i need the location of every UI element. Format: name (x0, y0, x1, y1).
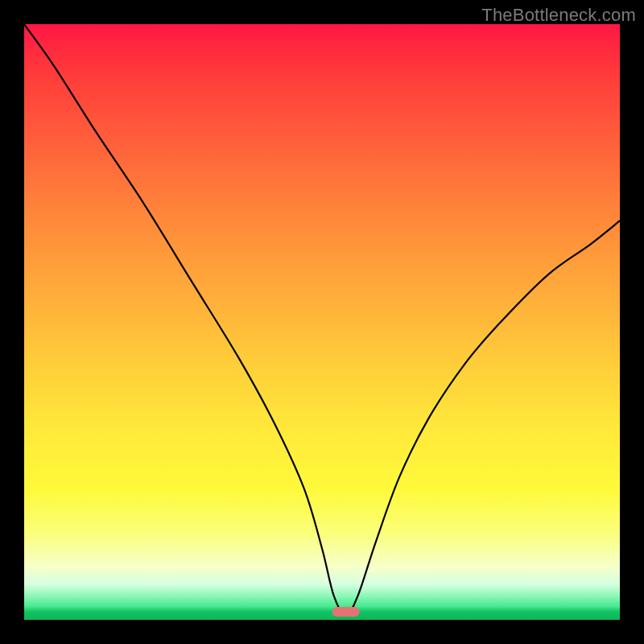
bottleneck-curve (24, 24, 620, 615)
plot-area (24, 24, 620, 620)
watermark-text: TheBottleneck.com (481, 5, 636, 26)
chart-frame: TheBottleneck.com (0, 0, 644, 644)
curve-svg (24, 24, 620, 620)
minimum-marker (332, 607, 360, 617)
